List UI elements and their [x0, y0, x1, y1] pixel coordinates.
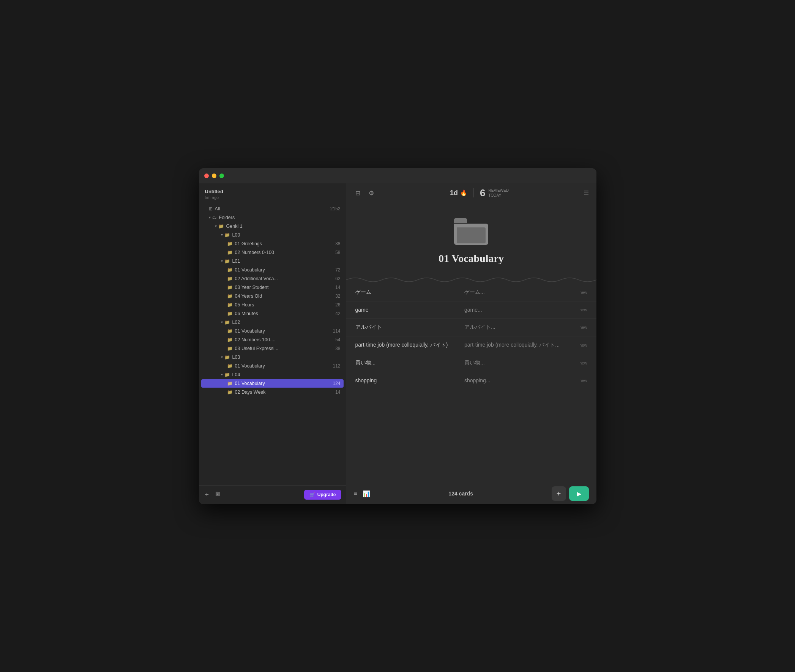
- l00-label: L00: [232, 232, 240, 238]
- folder-icon: 📁: [224, 355, 230, 360]
- l02-01-count: 114: [333, 328, 340, 334]
- sidebar-item-l04-days[interactable]: 📁 02 Days Week 14: [201, 388, 344, 396]
- footer-cards-count: 124 cards: [370, 491, 552, 497]
- l00-02-count: 58: [335, 250, 340, 255]
- minimize-button[interactable]: [212, 173, 216, 178]
- card-front: アルバイト: [355, 324, 465, 331]
- sidebar-item-l02-numbers[interactable]: 📁 02 Numbers 100-... 54: [201, 336, 344, 344]
- settings-icon[interactable]: ⚙: [367, 188, 376, 198]
- sidebar-item-l03[interactable]: ▾ 📁 L03: [201, 353, 344, 362]
- folder-icon: 📁: [227, 250, 233, 255]
- all-label: All: [215, 206, 220, 211]
- close-button[interactable]: [204, 173, 209, 178]
- sidebar-item-l00-numbers[interactable]: 📁 02 Numbers 0-100 58: [201, 248, 344, 257]
- footer-left: ≡ 📊: [354, 490, 370, 498]
- sidebar-item-l03-vocab[interactable]: 📁 01 Vocabulary 112: [201, 362, 344, 370]
- card-row[interactable]: game game... new: [346, 301, 597, 318]
- chevron-icon: ▾: [209, 215, 211, 219]
- upgrade-label: Upgrade: [317, 492, 336, 498]
- add-card-button[interactable]: +: [552, 486, 566, 501]
- card-row[interactable]: part-time job (more colloquially, バイト) p…: [346, 336, 597, 354]
- sidebar-item-l00-greetings[interactable]: 📁 01 Greetings 38: [201, 240, 344, 248]
- sidebar-toggle-icon[interactable]: ⊟: [354, 188, 362, 198]
- fullscreen-button[interactable]: [219, 173, 224, 178]
- card-back: shopping...: [464, 378, 574, 384]
- card-back: game...: [464, 307, 574, 313]
- l00-01-count: 38: [335, 241, 340, 246]
- chevron-icon: ▾: [221, 259, 223, 263]
- sidebar-item-l01-years[interactable]: 📁 04 Years Old 32: [201, 292, 344, 300]
- card-row[interactable]: shopping shopping... new: [346, 372, 597, 389]
- folder-icon: 📁: [227, 241, 233, 246]
- fire-icon: 🔥: [460, 189, 467, 196]
- folder-icon: 📁: [227, 267, 233, 273]
- card-front: game: [355, 307, 465, 313]
- genki1-label: Genki 1: [226, 224, 243, 229]
- sidebar-item-l01-vocab[interactable]: 📁 01 Vocabulary 72: [201, 266, 344, 274]
- l02-02-label: 02 Numbers 100-...: [235, 337, 276, 342]
- sidebar-item-l01[interactable]: ▾ 📁 L01: [201, 257, 344, 266]
- folder-icon: 📁: [227, 311, 233, 316]
- sidebar-item-l01-addvoca[interactable]: 📁 02 Additional Voca... 62: [201, 275, 344, 283]
- add-deck-button[interactable]: +: [203, 490, 211, 501]
- l02-01-label: 01 Vocabulary: [235, 328, 265, 334]
- card-status: new: [574, 361, 587, 365]
- folder-icon: 📁: [218, 224, 224, 229]
- l02-03-label: 03 Useful Expressi...: [235, 346, 279, 351]
- folder-icon: 📁: [224, 259, 230, 264]
- folder-icon: 📁: [227, 337, 233, 342]
- sidebar-item-l02-useful[interactable]: 📁 03 Useful Expressi... 38: [201, 344, 344, 353]
- footer-right: + ▶: [552, 486, 589, 501]
- card-row[interactable]: ゲーム ゲーム... new: [346, 283, 597, 301]
- card-row[interactable]: 買い物... 買い物... new: [346, 354, 597, 372]
- card-back: アルバイト...: [464, 324, 574, 331]
- sidebar-item-l01-hours[interactable]: 📁 05 Hours 26: [201, 301, 344, 309]
- l02-02-count: 54: [335, 337, 340, 342]
- card-status: new: [574, 290, 587, 294]
- main-content: Untitled 5m ago ⊞ All 2152 ▾ 🗂 Folders: [199, 183, 597, 504]
- sidebar-header: Untitled 5m ago: [199, 183, 346, 203]
- toolbar-right: ☰: [584, 189, 589, 197]
- l03-label: L03: [232, 355, 240, 360]
- chevron-icon: ▾: [221, 373, 223, 377]
- card-front: part-time job (more colloquially, バイト): [355, 342, 465, 349]
- l01-03-label: 03 Year Student: [235, 285, 269, 290]
- sidebar-item-l00[interactable]: ▾ 📁 L00: [201, 231, 344, 239]
- folder-icon: 🗂: [212, 215, 217, 220]
- toolbar-left: ⊟ ⚙: [354, 188, 376, 198]
- l01-label: L01: [232, 259, 240, 264]
- play-button[interactable]: ▶: [569, 486, 589, 501]
- card-status: new: [574, 378, 587, 383]
- streak-value: 1d: [450, 189, 458, 197]
- sidebar-footer: + + 🛒 Upgrade: [199, 485, 346, 504]
- app-window: Untitled 5m ago ⊞ All 2152 ▾ 🗂 Folders: [199, 168, 597, 504]
- sidebar-item-all[interactable]: ⊞ All 2152: [201, 205, 344, 213]
- list-icon[interactable]: ≡: [354, 490, 357, 497]
- sidebar-item-l02[interactable]: ▾ 📁 L02: [201, 318, 344, 326]
- upgrade-button[interactable]: 🛒 Upgrade: [304, 490, 341, 500]
- add-folder-button[interactable]: +: [213, 490, 222, 501]
- main-panel: ⊟ ⚙ 1d 🔥 6 REVIEWEDTODAY ☰: [346, 183, 597, 504]
- sidebar-item-folders[interactable]: ▾ 🗂 Folders: [201, 213, 344, 222]
- sidebar-item-l01-minutes[interactable]: 📁 06 Minutes 42: [201, 309, 344, 318]
- folders-label: Folders: [219, 215, 235, 220]
- chart-icon[interactable]: 📊: [363, 490, 370, 498]
- sidebar-item-l04-vocab[interactable]: 📁 01 Vocabulary 124: [201, 379, 344, 388]
- menu-icon[interactable]: ☰: [584, 189, 589, 197]
- card-row[interactable]: アルバイト アルバイト... new: [346, 318, 597, 336]
- card-back: 買い物...: [464, 360, 574, 366]
- folder-icon: 📁: [227, 276, 233, 281]
- deck-header: 01 Vocabulary: [346, 203, 597, 276]
- folder-icon: 📁: [227, 293, 233, 299]
- sidebar-item-l01-year[interactable]: 📁 03 Year Student 14: [201, 283, 344, 291]
- l01-06-label: 06 Minutes: [235, 311, 258, 316]
- sidebar-item-l02-vocab[interactable]: 📁 01 Vocabulary 114: [201, 327, 344, 335]
- folder-icon: 📁: [224, 232, 230, 238]
- l01-05-label: 05 Hours: [235, 302, 254, 307]
- folder-icon: 📁: [224, 320, 230, 325]
- sidebar: Untitled 5m ago ⊞ All 2152 ▾ 🗂 Folders: [199, 183, 346, 504]
- folder-icon: 📁: [227, 381, 233, 386]
- chevron-icon: ▾: [215, 224, 217, 228]
- sidebar-item-genki1[interactable]: ▾ 📁 Genki 1: [201, 222, 344, 230]
- sidebar-item-l04[interactable]: ▾ 📁 L04: [201, 371, 344, 379]
